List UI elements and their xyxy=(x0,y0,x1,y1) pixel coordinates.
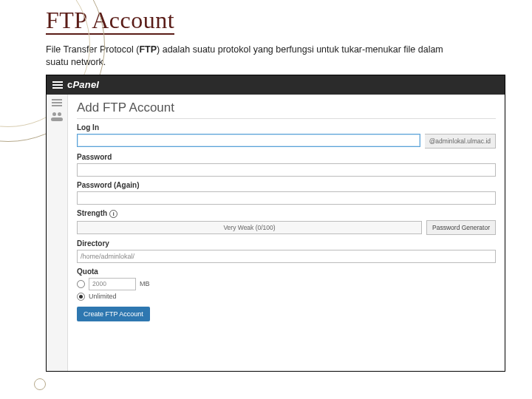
login-input[interactable] xyxy=(77,134,420,147)
slide-title: FTP Account xyxy=(46,7,174,35)
quota-option-fixed[interactable]: 2000 MB xyxy=(77,278,496,290)
sidebar-users-icon[interactable] xyxy=(51,112,63,121)
slide-decoration-dot xyxy=(34,378,46,390)
password-input[interactable] xyxy=(77,163,496,177)
create-ftp-account-button[interactable]: Create FTP Account xyxy=(77,307,150,321)
subtitle-bold: FTP xyxy=(139,44,157,55)
quota-label: Quota xyxy=(77,267,496,276)
main-content: Add FTP Account Log In @adminlokal.ulmac… xyxy=(68,95,505,371)
radio-icon[interactable] xyxy=(77,280,85,288)
cpanel-logo: cPanel xyxy=(67,79,99,90)
divider xyxy=(77,118,496,119)
cpanel-topbar: cPanel xyxy=(47,75,505,95)
sidebar-menu-icon[interactable] xyxy=(52,99,62,106)
quota-unit: MB xyxy=(140,280,150,287)
login-domain-addon: @adminlokal.ulmac.id xyxy=(425,134,496,149)
strength-label: Strengthi xyxy=(77,209,496,218)
password-label: Password xyxy=(77,153,496,161)
radio-icon-selected[interactable] xyxy=(77,293,85,301)
directory-label: Directory xyxy=(77,239,496,248)
subtitle-pre: File Transfer Protocol ( xyxy=(46,44,139,55)
page-title: Add FTP Account xyxy=(77,100,496,115)
quota-value-input[interactable]: 2000 xyxy=(89,278,136,290)
password-generator-button[interactable]: Password Generator xyxy=(426,220,496,235)
menu-icon[interactable] xyxy=(52,81,63,89)
cpanel-screenshot: cPanel Add FTP Account Log In @adminloka… xyxy=(46,75,505,372)
strength-label-text: Strength xyxy=(77,209,107,217)
info-icon[interactable]: i xyxy=(109,210,117,218)
login-label: Log In xyxy=(77,123,496,132)
directory-input[interactable]: /home/adminlokal/ xyxy=(77,250,496,263)
quota-unlimited-label: Unlimited xyxy=(89,293,117,300)
password-again-input[interactable] xyxy=(77,191,496,205)
password-again-label: Password (Again) xyxy=(77,181,496,189)
slide-decoration xyxy=(0,0,41,399)
slide-subtitle: File Transfer Protocol (FTP) adalah suat… xyxy=(46,44,460,69)
sidebar xyxy=(47,95,68,371)
strength-meter: Very Weak (0/100) xyxy=(77,221,422,234)
quota-option-unlimited[interactable]: Unlimited xyxy=(77,293,496,301)
brand-rest: Panel xyxy=(72,79,99,90)
